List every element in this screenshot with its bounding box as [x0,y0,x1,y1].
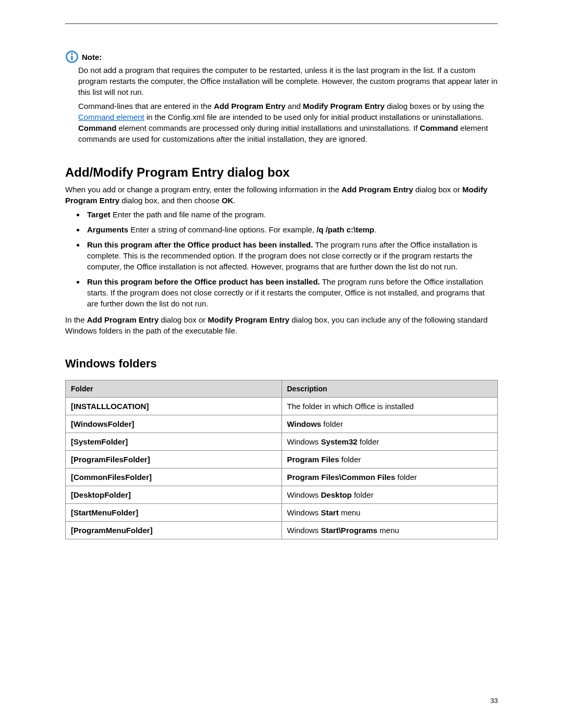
description-cell: Windows Start menu [282,504,498,522]
desc-post: menu [377,526,399,535]
desc-bold: Program Files\Common Files [287,473,396,482]
desc-pre: Windows [287,526,321,535]
b1-label: Target [87,210,111,219]
folder-name: [StartMenuFolder] [71,508,138,517]
b2-code: /q /path c:\temp [316,225,374,234]
folder-name: [WindowsFolder] [71,419,134,428]
table-row: [INSTALLLOCATION]The folder in which Off… [66,398,498,415]
col-header-description: Description [282,380,498,398]
description-cell: Program Files\Common Files folder [282,468,498,486]
note-paragraph-2: Command-lines that are entered in the Ad… [78,101,498,144]
note-p2-mid4: element commands are processed only duri… [116,124,420,132]
table-row: [ProgramFilesFolder]Program Files folder [66,451,498,468]
desc-post: folder [358,437,380,446]
note-p2-mid3: in the Config.xml file are intended to b… [144,113,483,121]
note-paragraph-1: Do not add a program that requires the c… [78,65,498,97]
folder-cell: [StartMenuFolder] [66,504,282,522]
table-row: [CommonFilesFolder]Program Files\Common … [66,468,498,486]
note-p2-b3: Command [78,124,116,132]
folder-cell: [CommonFilesFolder] [66,468,282,486]
windows-folders-heading: Windows folders [65,357,498,371]
folder-cell: [DesktopFolder] [66,486,282,504]
description-cell: Windows Desktop folder [282,486,498,504]
b2-text-pre: Enter a string of command-line options. … [128,225,316,234]
b3-label: Run this program after the Office produc… [87,240,313,249]
desc-bold: System32 [321,437,358,446]
s1-intro-mid2: dialog box, and then choose [119,196,222,205]
desc-bold: Start [321,508,339,517]
folder-cell: [ProgramFilesFolder] [66,451,282,468]
folder-cell: [SystemFolder] [66,433,282,451]
s1-outro-b2: Modify Program Entry [207,315,289,324]
table-row: [DesktopFolder]Windows Desktop folder [66,486,498,504]
description-cell: Windows System32 folder [282,433,498,451]
folder-name: [INSTALLLOCATION] [71,402,149,411]
bullet-target: Target Enter the path and file name of t… [85,209,498,220]
svg-point-2 [71,53,72,55]
description-cell: Windows Start\Programs menu [282,522,498,539]
b2-label: Arguments [87,225,128,234]
folder-name: [DesktopFolder] [71,490,131,499]
desc-pre: Windows [287,490,321,499]
s1-intro-b3: OK [222,196,234,205]
desc-post: folder [321,419,343,428]
folder-cell: [ProgramMenuFolder] [66,522,282,539]
folder-name: [CommonFilesFolder] [71,473,152,482]
folder-name: [SystemFolder] [71,437,128,446]
s1-outro-b1: Add Program Entry [87,315,159,324]
desc-post: menu [339,508,361,517]
b2-post: . [374,225,376,234]
col-header-folder: Folder [66,380,282,398]
command-element-link[interactable]: Command element [78,113,144,121]
note-p2-pre: Command-lines that are entered in the [78,102,214,110]
table-row: [SystemFolder]Windows System32 folder [66,433,498,451]
table-row: [StartMenuFolder]Windows Start menu [66,504,498,522]
folder-name: [ProgramMenuFolder] [71,526,153,535]
note-label: Note: [82,53,102,61]
table-row: [WindowsFolder]Windows folder [66,415,498,433]
page-number: 33 [491,697,498,705]
note-p2-b4: Command [420,124,458,132]
desc-pre: The folder in which Office is installed [287,402,414,411]
desc-pre: Windows [287,508,321,517]
note-header: Note: [65,50,498,64]
description-cell: Program Files folder [282,451,498,468]
section1-intro: When you add or change a program entry, … [65,184,498,206]
bullet-list: Target Enter the path and file name of t… [65,209,498,309]
table-row: [ProgramMenuFolder]Windows Start\Program… [66,522,498,539]
description-cell: The folder in which Office is installed [282,398,498,415]
note-p2-mid1: and [286,102,303,110]
s1-intro-pre: When you add or change a program entry, … [65,185,341,194]
desc-bold: Program Files [287,455,339,464]
s1-intro-b1: Add Program Entry [341,185,413,194]
note-p2-mid2: dialog boxes or by using the [385,102,484,110]
section1-outro: In the Add Program Entry dialog box or M… [65,314,498,336]
bullet-run-after: Run this program after the Office produc… [85,239,498,272]
desc-pre: Windows [287,437,321,446]
desc-post: folder [339,455,361,464]
s1-intro-mid: dialog box or [413,185,462,194]
b4-label: Run this program before the Office produ… [87,277,320,286]
info-icon [65,50,79,64]
s1-outro-pre: In the [65,315,87,324]
folder-cell: [INSTALLLOCATION] [66,398,282,415]
desc-post: folder [395,473,417,482]
section-title-add-modify: Add/Modify Program Entry dialog box [65,165,498,180]
desc-bold: Start\Programs [321,526,377,535]
note-p2-b2: Modify Program Entry [303,102,385,110]
note-p2-b1: Add Program Entry [214,102,286,110]
bullet-run-before: Run this program before the Office produ… [85,276,498,309]
description-cell: Windows folder [282,415,498,433]
folder-name: [ProgramFilesFolder] [71,455,150,464]
note-p1-text: Do not add a program that requires the c… [78,66,497,96]
desc-bold: Desktop [321,490,352,499]
note-body: Do not add a program that requires the c… [78,65,498,144]
bullet-arguments: Arguments Enter a string of command-line… [85,224,498,235]
desc-bold: Windows [287,419,322,428]
b1-text: Enter the path and file name of the prog… [111,210,266,219]
desc-post: folder [352,490,374,499]
s1-outro-mid: dialog box or [158,315,207,324]
folder-cell: [WindowsFolder] [66,415,282,433]
windows-folders-table: Folder Description [INSTALLLOCATION]The … [65,380,498,539]
svg-rect-1 [71,56,73,60]
